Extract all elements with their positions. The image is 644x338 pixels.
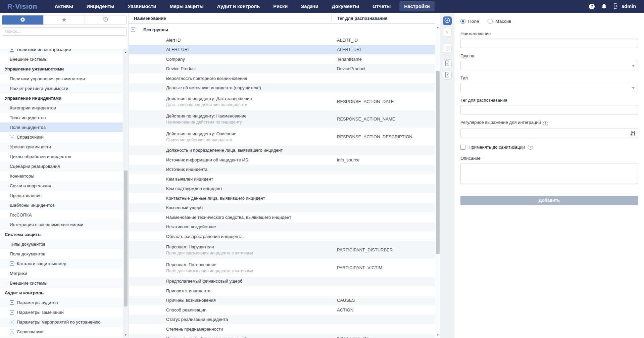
column-header-tag[interactable]: Тег для распознавания [331, 15, 435, 21]
scroll-down-arrow[interactable]: ▼ [123, 333, 128, 337]
expand-icon[interactable]: + [10, 135, 14, 139]
radio-unselected-icon[interactable] [488, 19, 493, 24]
export-button[interactable] [443, 59, 452, 68]
scroll-up-arrow[interactable]: ▲ [123, 50, 128, 54]
nav-item-4[interactable]: Аудит и контроль [212, 1, 265, 11]
table-row[interactable]: Контактные данные лица, выявившего инцид… [129, 193, 435, 203]
name-input[interactable] [460, 39, 638, 48]
sidebar-item-15[interactable]: Представления [0, 191, 123, 200]
table-row[interactable]: Данные об источнике инцидента (нарушител… [129, 83, 435, 93]
table-row[interactable]: Действия по инциденту: Дата завершенияДа… [129, 93, 435, 110]
add-field-button[interactable] [443, 16, 452, 25]
nav-item-5[interactable]: Риски [268, 1, 292, 11]
user-menu[interactable]: admin [613, 3, 636, 10]
nav-item-1[interactable]: Инциденты [82, 1, 119, 11]
radio-selected-icon[interactable] [460, 19, 465, 24]
nav-item-6[interactable]: Задачи [296, 1, 323, 11]
sidebar-item-23[interactable]: Метрики [0, 269, 123, 278]
sidebar-item-3[interactable]: Политики управления уязвимостями [0, 74, 123, 84]
table-row[interactable]: Степень преднамеренности [129, 324, 435, 334]
expand-icon[interactable]: + [10, 300, 14, 305]
table-row[interactable]: Наименование технического средства, выяв… [129, 212, 435, 222]
import-button[interactable] [443, 71, 452, 80]
sidebar-item-5[interactable]: Управление инцидентами [0, 93, 123, 103]
sidebar-item-26[interactable]: +Параметры аудитов [0, 298, 123, 307]
sidebar-item-25[interactable]: Аудит и контроль [0, 288, 123, 298]
table-row[interactable]: Персонал: НарушителиПоле для связывания … [129, 241, 435, 259]
table-row[interactable]: Alert IDALERT_ID [129, 35, 435, 45]
table-row[interactable]: Предполагаемый финансовый ущерб [129, 277, 435, 286]
sidebar-item-24[interactable]: Внешние системы [0, 278, 123, 288]
table-row[interactable]: Источник информации об инциденте ИБinfo_… [129, 155, 435, 165]
tab-settings[interactable] [2, 15, 44, 25]
table-row[interactable]: Источник инцидента [129, 165, 435, 175]
nav-item-0[interactable]: Активы [50, 1, 78, 11]
table-row[interactable]: Вероятность повторного возникновения [129, 74, 435, 83]
table-row[interactable]: Device ProductDeviceProduct [129, 64, 435, 74]
sidebar-item-21[interactable]: Поля документов [0, 249, 123, 259]
sidebar-item-28[interactable]: +Параметры мероприятий по устранению [0, 317, 123, 327]
scrollbar-thumb[interactable] [124, 171, 128, 306]
expand-icon[interactable]: + [10, 330, 14, 334]
collapse-icon[interactable]: − [131, 28, 135, 32]
regex-input[interactable] [460, 129, 638, 138]
sidebar-item-2[interactable]: Управление уязвимостями [0, 64, 123, 74]
sidebar-item-12[interactable]: Сценарии реагирования [0, 161, 123, 171]
description-textarea[interactable] [460, 163, 638, 184]
sidebar-item-7[interactable]: Типы инцидентов [0, 113, 123, 123]
table-row[interactable]: Приоритет инцидента [129, 286, 435, 296]
radio-option-array[interactable]: Массив [488, 19, 511, 24]
table-row[interactable]: Статус реализации инцидента [129, 315, 435, 325]
table-row[interactable]: Уровень ущерба (качественная оценка)IMP_… [129, 334, 435, 338]
sanitize-checkbox[interactable] [460, 145, 465, 150]
table-row[interactable]: Действия по инциденту: НаименованиеНаиме… [129, 110, 435, 128]
sidebar-item-1[interactable]: Внешние системы [0, 54, 123, 64]
nav-item-8[interactable]: Отчеты [368, 1, 395, 11]
sidebar-item-14[interactable]: Связи и корреляция [0, 181, 123, 191]
help-icon[interactable]: ? [589, 4, 595, 9]
table-row[interactable]: Кем выявлен инцидент [129, 174, 435, 184]
add-button[interactable]: Добавить [460, 196, 638, 205]
tag-input[interactable] [460, 105, 638, 114]
sidebar-item-13[interactable]: Коннекторы [0, 171, 123, 181]
table-row[interactable]: Причины возникновенияCAUSES [129, 296, 435, 305]
table-row[interactable]: ALERT URLALERT_URL [129, 45, 435, 55]
type-select[interactable] [460, 83, 638, 92]
scroll-up-arrow[interactable]: ▲ [435, 25, 440, 29]
sidebar-item-20[interactable]: Типы документов [0, 239, 123, 249]
sidebar-item-9[interactable]: +Справочники [0, 132, 123, 142]
sidebar-item-18[interactable]: Интеграция с внешними системами [0, 220, 123, 230]
expand-icon[interactable]: + [10, 261, 14, 266]
group-row[interactable]: − Без группы [129, 24, 435, 35]
app-logo[interactable]: R·Vision [7, 2, 37, 10]
sidebar-item-29[interactable]: +Справочники [0, 327, 123, 337]
sidebar-item-22[interactable]: +Каталоги защитных мер [0, 259, 123, 269]
scrollbar-thumb[interactable] [436, 71, 440, 254]
sidebar-item-11[interactable]: Циклы обработки инцидентов [0, 152, 123, 161]
nav-item-2[interactable]: Уязвимости [123, 1, 161, 11]
expand-icon[interactable]: + [10, 49, 14, 52]
radio-option-field[interactable]: Поле [460, 19, 479, 24]
sidebar-item-8[interactable]: Поля инцидентов [0, 123, 123, 132]
table-row[interactable]: Действия по инциденту: ОписаниеОписание … [129, 128, 435, 146]
tab-favorites[interactable] [44, 15, 85, 25]
group-select[interactable] [460, 61, 638, 70]
logout-icon[interactable] [613, 3, 619, 10]
sidebar-item-10[interactable]: Уровни критичности [0, 142, 123, 152]
sidebar-item-19[interactable]: Система защиты [0, 230, 123, 239]
sidebar-item-0[interactable]: +Политики инвентаризации [0, 49, 123, 54]
table-row[interactable]: Негативное воздействие [129, 222, 435, 232]
delete-field-button[interactable]: ✕ [443, 28, 452, 37]
table-row[interactable]: Область распространения инцидента [129, 232, 435, 241]
sidebar-item-16[interactable]: Шаблоны инцидентов [0, 200, 123, 210]
nav-item-7[interactable]: Документы [327, 1, 364, 11]
expand-icon[interactable]: + [10, 310, 14, 315]
sidebar-item-30[interactable]: Требования [0, 337, 123, 338]
table-row[interactable]: Косвенный ущерб [129, 203, 435, 213]
search-input[interactable] [2, 27, 127, 36]
help-question-icon[interactable]: ? [528, 145, 533, 150]
table-row[interactable]: Должность и подразделение лица, выявивше… [129, 146, 435, 155]
sidebar-item-27[interactable]: +Параметры замечаний [0, 307, 123, 317]
regex-builder-sliders-icon[interactable] [630, 131, 636, 137]
notifications-bell-icon[interactable] [601, 4, 607, 9]
